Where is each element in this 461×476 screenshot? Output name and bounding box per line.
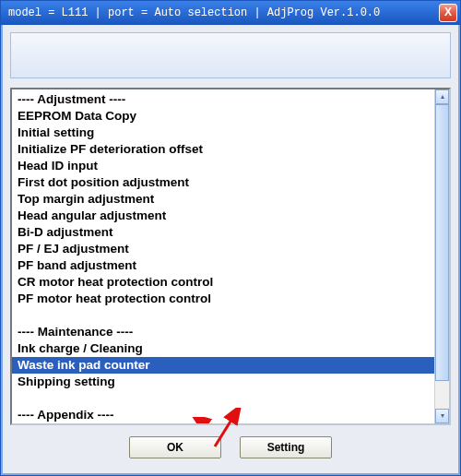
list-item[interactable]: Top margin adjustment (16, 191, 434, 208)
list-item[interactable]: First dot position adjustment (16, 174, 434, 191)
scrollbar[interactable]: ▴ ▾ (434, 89, 449, 423)
app-window: model = L111 | port = Auto selection | A… (0, 0, 461, 476)
list-item[interactable]: Initialize PF deterioration offset (16, 141, 434, 158)
list-item[interactable]: Ink charge / Cleaning (16, 340, 434, 357)
titlebar[interactable]: model = L111 | port = Auto selection | A… (1, 1, 460, 25)
top-panel (10, 32, 451, 78)
list-items[interactable]: ---- Adjustment ----EEPROM Data CopyInit… (12, 89, 434, 423)
list-item (16, 307, 434, 324)
list-item[interactable]: PF / EJ adjustment (16, 241, 434, 257)
list-item[interactable]: Head ID input (16, 158, 434, 174)
list-item[interactable]: EEPROM Data Copy (16, 108, 434, 125)
list-item[interactable]: Shipping setting (16, 374, 434, 390)
list-item[interactable]: PF motor heat protection control (16, 291, 434, 307)
list-item[interactable]: ---- Adjustment ---- (16, 91, 434, 108)
scroll-thumb[interactable] (435, 104, 449, 381)
list-item[interactable]: Initial setting (16, 125, 434, 141)
titlebar-text: model = L111 | port = Auto selection | A… (8, 6, 380, 19)
list-item (16, 390, 434, 407)
setting-button[interactable]: Setting (240, 436, 332, 458)
listbox: ---- Adjustment ----EEPROM Data CopyInit… (10, 88, 451, 425)
list-item[interactable]: ---- Maintenance ---- (16, 324, 434, 340)
scroll-down-button[interactable]: ▾ (435, 409, 449, 423)
list-item[interactable]: PF band adjustment (16, 257, 434, 274)
list-item[interactable]: Head angular adjustment (16, 208, 434, 224)
scroll-up-button[interactable]: ▴ (435, 89, 449, 104)
close-icon[interactable]: X (439, 4, 457, 22)
list-item[interactable]: ---- Appendix ---- (16, 407, 434, 423)
button-row: OK Setting (10, 433, 451, 462)
list-item[interactable]: Waste ink pad counter (12, 357, 434, 374)
ok-button[interactable]: OK (129, 436, 221, 458)
list-item[interactable]: Bi-D adjustment (16, 224, 434, 241)
client-area: ---- Adjustment ----EEPROM Data CopyInit… (1, 25, 460, 475)
list-item[interactable]: CR motor heat protection control (16, 274, 434, 291)
